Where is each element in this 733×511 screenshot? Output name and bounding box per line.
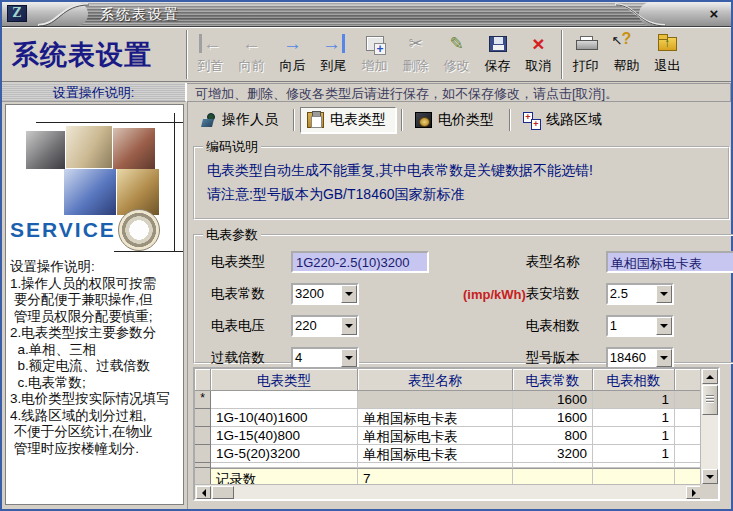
- sidebar: SERVICE 设置操作说明: 1.操作人员的权限可按需 要分配便于兼职操作,但…: [2, 102, 187, 509]
- save-button[interactable]: 保存: [477, 31, 518, 79]
- exit-button[interactable]: 退出: [647, 31, 688, 79]
- table-row[interactable]: 1G-10(40)1600 单相国标电卡表 1600 1: [195, 409, 702, 427]
- delete-button[interactable]: ✂ 删除: [395, 31, 436, 79]
- toolbar-separator: [561, 30, 563, 79]
- last-record-button[interactable]: → 到尾: [313, 31, 354, 79]
- chevron-down-icon[interactable]: [656, 317, 672, 335]
- close-icon[interactable]: ×: [705, 5, 723, 23]
- tab-label: 电价类型: [438, 111, 494, 129]
- app-window: Z 系统表设置 × 系统表设置 ← 到首 ← 向前 → 向后 → 到尾: [0, 0, 733, 511]
- meter-constant-label: 电表常数: [211, 285, 291, 303]
- cell-meter-type[interactable]: [211, 391, 358, 409]
- tab-separator: [401, 109, 403, 131]
- cell-phases[interactable]: 1: [593, 409, 675, 427]
- add-button[interactable]: 增加: [354, 31, 395, 79]
- scroll-up-icon[interactable]: [702, 369, 718, 384]
- horizontal-scrollbar[interactable]: [195, 484, 702, 499]
- modify-button[interactable]: ✎ 修改: [436, 31, 477, 79]
- table-header-row: 电表类型 表型名称 电表常数 电表相数: [195, 369, 702, 391]
- print-button[interactable]: 打印: [565, 31, 606, 79]
- chevron-down-icon[interactable]: [341, 349, 357, 367]
- cell-model-name[interactable]: 单相国标电卡表: [358, 427, 513, 445]
- page-title: 系统表设置: [2, 37, 184, 73]
- row-selector[interactable]: [195, 409, 211, 427]
- cell-meter-type[interactable]: 1G-15(40)800: [211, 427, 358, 445]
- exit-label: 退出: [655, 57, 681, 75]
- scroll-right-icon[interactable]: [686, 486, 701, 499]
- photo-pliers: [113, 128, 155, 169]
- horizontal-scroll-thumb[interactable]: [212, 486, 234, 499]
- toolbar: 系统表设置 ← 到首 ← 向前 → 向后 → 到尾 增加 ✂ 删除 ✎ 修改: [2, 27, 731, 82]
- meter-params-groupbox: 电表参数 电表类型 1G220-2.5(10)3200 表型名称 单相国标电卡表…: [193, 226, 733, 364]
- cell-model-name[interactable]: [358, 391, 513, 409]
- cell-phases[interactable]: 1: [593, 445, 675, 463]
- cell-meter-type[interactable]: 1G-5(20)3200: [211, 445, 358, 463]
- encoding-note: 请注意:型号版本为GB/T18460国家新标准: [207, 186, 728, 204]
- meter-constant-select[interactable]: 3200: [291, 283, 359, 305]
- chevron-down-icon[interactable]: [656, 285, 672, 303]
- row-selector[interactable]: [195, 445, 211, 463]
- meter-constant-value: 3200: [293, 285, 341, 303]
- phases-select[interactable]: 1: [606, 315, 674, 337]
- ampere-select[interactable]: 2.5: [606, 283, 674, 305]
- first-record-label: 到首: [198, 57, 224, 75]
- row-selector[interactable]: [195, 427, 211, 445]
- voltage-value: 220: [293, 317, 341, 335]
- cancel-label: 取消: [526, 57, 552, 75]
- chevron-down-icon[interactable]: [341, 317, 357, 335]
- table-row[interactable]: 1G-15(40)800 单相国标电卡表 800 1: [195, 427, 702, 445]
- meter-type-field[interactable]: 1G220-2.5(10)3200: [291, 251, 429, 273]
- cell-phases[interactable]: 1: [593, 391, 675, 409]
- first-record-button[interactable]: ← 到首: [190, 31, 231, 79]
- voltage-select[interactable]: 220: [291, 315, 359, 337]
- cell-constant[interactable]: 1600: [513, 409, 593, 427]
- model-version-select[interactable]: 18460: [606, 347, 674, 369]
- tab-separator: [293, 109, 295, 131]
- scrollbar-corner: [700, 484, 718, 499]
- chevron-down-icon[interactable]: [656, 349, 672, 367]
- instruction-line: 4.线路区域的划分过粗,: [10, 408, 183, 425]
- cell-constant[interactable]: 800: [513, 427, 593, 445]
- tab-line-regions[interactable]: 线路区域: [516, 107, 612, 133]
- model-name-field[interactable]: 单相国标电卡表: [606, 251, 733, 273]
- last-record-icon: →: [322, 34, 345, 53]
- scroll-down-icon[interactable]: [702, 469, 718, 484]
- tab-price-types[interactable]: 电价类型: [408, 107, 504, 133]
- main-panel: 操作人员 电表类型 电价类型 线路区域 编码说明 电表类型自动生成不能重复,其中…: [187, 102, 731, 509]
- cancel-button[interactable]: × 取消: [518, 31, 559, 79]
- crop-line: [174, 113, 175, 251]
- save-icon: [489, 36, 507, 52]
- meter-types-table: 电表类型 表型名称 电表常数 电表相数 * 1600 1 1G-10(40)1: [193, 367, 720, 501]
- col-header-meter-type[interactable]: 电表类型: [211, 369, 358, 391]
- vertical-scrollbar[interactable]: [700, 369, 718, 484]
- exit-folder-icon: [658, 37, 677, 51]
- meter-type-label: 电表类型: [211, 253, 291, 271]
- cell-model-name[interactable]: 单相国标电卡表: [358, 409, 513, 427]
- col-header-phases[interactable]: 电表相数: [593, 369, 675, 391]
- next-record-button[interactable]: → 向后: [272, 31, 313, 79]
- cell-constant[interactable]: 1600: [513, 391, 593, 409]
- title-bar[interactable]: Z 系统表设置 ×: [2, 2, 731, 27]
- tab-meter-types[interactable]: 电表类型: [300, 107, 396, 133]
- tab-operators[interactable]: 操作人员: [192, 107, 288, 133]
- table-row-new[interactable]: * 1600 1: [195, 391, 702, 409]
- cell-model-name[interactable]: 单相国标电卡表: [358, 445, 513, 463]
- cell-phases[interactable]: 1: [593, 427, 675, 445]
- chevron-down-icon[interactable]: [341, 285, 357, 303]
- prev-record-button[interactable]: ← 向前: [231, 31, 272, 79]
- cell-meter-type[interactable]: 1G-10(40)1600: [211, 409, 358, 427]
- scroll-left-icon[interactable]: [196, 486, 211, 499]
- vertical-scroll-thumb[interactable]: [702, 385, 718, 415]
- col-header-model-name[interactable]: 表型名称: [358, 369, 513, 391]
- row-selector[interactable]: *: [195, 391, 211, 409]
- modify-label: 修改: [444, 57, 470, 75]
- cell-constant[interactable]: 3200: [513, 445, 593, 463]
- first-record-icon: ←: [199, 34, 222, 53]
- photo-watch: [118, 209, 160, 251]
- col-header-constant[interactable]: 电表常数: [513, 369, 593, 391]
- help-button[interactable]: ↖ ? 帮助: [606, 31, 647, 79]
- help-icon: ↖ ?: [612, 31, 642, 57]
- overload-select[interactable]: 4: [291, 347, 359, 369]
- table-row[interactable]: 1G-5(20)3200 单相国标电卡表 3200 1: [195, 445, 702, 463]
- encoding-groupbox: 编码说明 电表类型自动生成不能重复,其中电表常数是关键数据不能选错! 请注意:型…: [193, 138, 730, 220]
